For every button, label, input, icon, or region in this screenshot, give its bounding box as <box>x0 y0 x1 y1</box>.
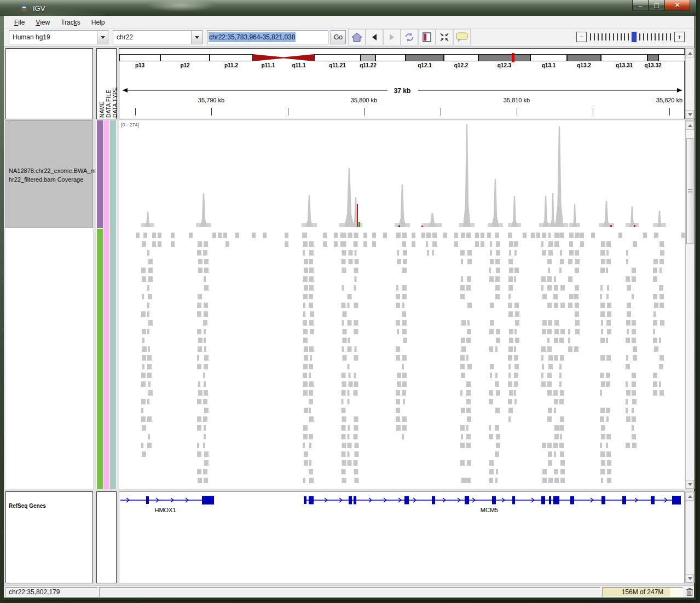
attribute-header-panel: NAMEDATA FILEDATA TYPE <box>96 48 117 119</box>
scroll-up-icon[interactable] <box>686 121 694 130</box>
region-tool-icon <box>423 32 431 42</box>
ruler-tick <box>517 108 517 115</box>
chevron-down-icon <box>101 36 105 39</box>
coverage-alignment-plot <box>119 120 685 489</box>
genome-dropdown-arrow[interactable] <box>97 31 108 44</box>
zoom-slider-thumb[interactable] <box>632 32 637 42</box>
ruler-tick-label: 35,800 kb <box>351 97 377 103</box>
data-section: NA12878.chr22_exome.BWA_m hr22_filtered.… <box>4 120 694 489</box>
zoom-tick <box>639 33 640 40</box>
gene-panel[interactable]: HMOX1MCM5 <box>119 491 685 583</box>
coverage-track-name-box[interactable]: NA12878.chr22_exome.BWA_m hr22_filtered.… <box>5 120 93 228</box>
scrollbar-thumb[interactable] <box>686 138 693 244</box>
coverage-alignment-panel[interactable]: [0 - 274] <box>119 120 685 489</box>
toolbar: Human hg19 chr22 chr22:35,783,964-35,821… <box>4 28 694 47</box>
ruler-tick <box>211 108 212 115</box>
zoom-tick <box>601 33 603 40</box>
tooltip-bubble-button[interactable] <box>453 29 471 45</box>
window-title: IGV <box>33 4 45 13</box>
gene-track-name: RefSeq Genes <box>9 503 46 509</box>
region-tool-button[interactable] <box>418 29 436 45</box>
ruler-tick-label: 35,810 kb <box>504 97 530 103</box>
svg-text:HMOX1: HMOX1 <box>154 507 176 513</box>
header-name-panel <box>5 48 93 119</box>
status-message <box>99 587 600 597</box>
tooltip-bubble-icon <box>456 32 468 42</box>
refseq-genes-plot: HMOX1MCM5 <box>119 492 684 519</box>
gc-button[interactable] <box>686 588 693 599</box>
back-icon <box>371 33 378 41</box>
go-button[interactable]: Go <box>331 30 346 44</box>
forward-icon <box>388 33 396 41</box>
ruler-graphics: 37 kb <box>119 49 685 120</box>
locus-selected-text: chr22:35,783,964-35,821,038 <box>209 32 296 42</box>
zoom-tick <box>628 33 629 40</box>
maximize-button[interactable]: ▢ <box>649 0 664 11</box>
trash-icon <box>686 588 693 596</box>
memory-indicator: 156M of 247M <box>602 587 683 597</box>
gene-section: RefSeq Genes HMOX1MCM5 <box>4 491 694 583</box>
ruler-tick <box>593 108 593 115</box>
chevron-down-icon <box>195 36 199 39</box>
zoom-tick <box>670 33 671 40</box>
locus-ruler-panel[interactable]: p13p12p11.2p11.1q11.1q11.21q11.22q12.1q1… <box>119 48 685 119</box>
desktop: IGV – ▢ ✕ FileViewTracksHelp Human hg19 … <box>0 0 700 603</box>
ruler-tick <box>441 108 441 115</box>
genome-select[interactable]: Human hg19 <box>9 30 108 44</box>
zoom-tick <box>598 33 599 40</box>
status-bar: chr22:35,802,179 156M of 247M <box>4 585 694 598</box>
zoom-control: − + <box>576 31 685 43</box>
attribute-bars-panel <box>96 120 117 489</box>
scroll-up-icon[interactable] <box>686 492 694 501</box>
status-position: chr22:35,802,179 <box>5 587 98 597</box>
header-scrollbar[interactable] <box>685 48 695 119</box>
back-button[interactable] <box>366 29 383 45</box>
ruler-tick <box>669 108 670 115</box>
attribute-header-data-file[interactable]: DATA FILE <box>106 51 112 118</box>
refresh-button[interactable] <box>401 29 418 45</box>
java-icon <box>20 3 28 14</box>
client-area: FileViewTracksHelp Human hg19 chr22 chr2… <box>4 16 694 598</box>
home-icon <box>351 32 363 43</box>
chromosome-select[interactable]: chr22 <box>113 30 203 44</box>
svg-text:MCM5: MCM5 <box>481 507 498 513</box>
forward-button[interactable] <box>383 29 401 45</box>
fit-window-button[interactable] <box>436 29 453 45</box>
locus-input[interactable]: chr22:35,783,964-35,821,038 <box>207 30 328 44</box>
thumb-grip-icon <box>688 189 692 194</box>
gene-track-name-panel[interactable]: RefSeq Genes <box>5 491 93 583</box>
zoom-tick <box>651 33 652 40</box>
attribute-header-data-type[interactable]: DATA TYPE <box>112 51 119 118</box>
scroll-up-icon[interactable] <box>686 49 694 57</box>
attribute-bar-name-coverage <box>97 120 103 228</box>
track-panels: NAMEDATA FILEDATA TYPE p13p12p11.2p11.1q… <box>4 47 694 585</box>
scroll-down-icon[interactable] <box>686 110 694 119</box>
menu-item-tracks[interactable]: Tracks <box>55 17 86 28</box>
zoom-tick <box>605 33 606 40</box>
zoom-tick <box>621 33 622 40</box>
menu-item-help[interactable]: Help <box>86 17 111 28</box>
zoom-out-button[interactable]: − <box>576 32 587 42</box>
attribute-bar-data-type <box>110 120 116 489</box>
gene-scrollbar[interactable] <box>685 491 695 583</box>
attribute-header-name[interactable]: NAME <box>99 51 106 118</box>
close-button[interactable]: ✕ <box>664 0 690 11</box>
header-section: NAMEDATA FILEDATA TYPE p13p12p11.2p11.1q… <box>4 48 694 119</box>
zoom-slider[interactable] <box>590 31 671 43</box>
zoom-tick <box>594 33 595 40</box>
title-bar[interactable]: IGV – ▢ ✕ <box>0 0 696 16</box>
ruler-tick-label: 35,790 kb <box>198 97 224 103</box>
home-button[interactable] <box>348 29 366 45</box>
menu-item-view[interactable]: View <box>30 17 55 28</box>
zoom-tick <box>647 33 648 40</box>
zoom-in-button[interactable]: + <box>674 32 685 42</box>
minimize-button[interactable]: – <box>632 0 649 11</box>
zoom-tick <box>613 33 614 40</box>
zoom-tick <box>662 33 663 40</box>
ruler-tick-label: 35,820 kb <box>656 97 682 103</box>
chromosome-dropdown-arrow[interactable] <box>191 31 202 44</box>
menu-item-file[interactable]: File <box>9 17 30 28</box>
data-scrollbar[interactable] <box>685 120 695 489</box>
scroll-down-icon[interactable] <box>686 480 694 489</box>
scroll-down-icon[interactable] <box>686 574 694 583</box>
